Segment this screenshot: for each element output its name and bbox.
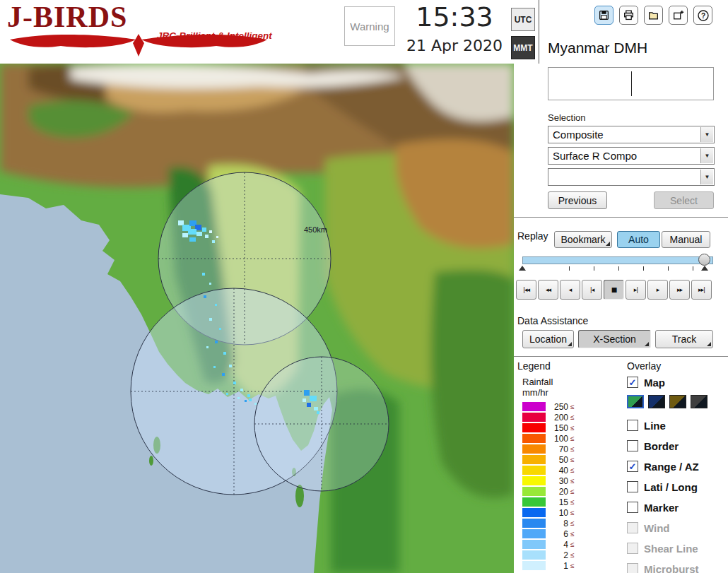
warning-label: Warning — [350, 20, 389, 33]
legend-row: 50≤ — [522, 454, 575, 465]
legend-color-swatch — [522, 455, 546, 464]
stop-button[interactable]: ■ — [604, 280, 624, 300]
option-dropdown[interactable]: ▼ — [548, 168, 715, 186]
bookmark-button[interactable]: Bookmark — [554, 231, 612, 248]
map-style-navy[interactable] — [648, 395, 665, 408]
legend-value: 100 — [550, 434, 568, 444]
legend-row: 250≤ — [522, 401, 575, 412]
legend-value: 30 — [550, 476, 568, 486]
less-equal-symbol: ≤ — [570, 456, 575, 463]
slider-end-marker — [701, 266, 708, 271]
open-folder-button[interactable] — [644, 6, 663, 25]
less-equal-symbol: ≤ — [570, 403, 575, 410]
skip-to-end-button[interactable]: ▸▸| — [691, 280, 712, 300]
help-button[interactable]: ? — [693, 6, 712, 25]
legend-row: 15≤ — [522, 497, 575, 507]
location-button[interactable]: Location — [522, 330, 574, 348]
dropdown-arrow-button[interactable]: ▼ — [700, 127, 713, 142]
legend-row: 1≤ — [522, 560, 575, 571]
slider-tick — [693, 266, 693, 271]
overlay-item-line[interactable]: ✓ Line — [627, 418, 728, 433]
overlay-item-marker[interactable]: ✓ Marker — [627, 500, 728, 515]
overlay-item-map[interactable]: ✓ Map — [627, 374, 728, 390]
divider — [514, 356, 728, 357]
dropdown-arrow-button[interactable]: ▼ — [700, 170, 713, 184]
overlay-item-label: Line — [644, 420, 666, 432]
less-equal-symbol: ≤ — [570, 498, 575, 506]
legend-value: 15 — [550, 497, 568, 507]
dropdown-arrow-button[interactable]: ▼ — [700, 148, 713, 163]
fast-forward-button[interactable]: ▸▸ — [669, 280, 690, 300]
checkbox[interactable]: ✓ — [627, 461, 638, 472]
info-text-field[interactable] — [548, 67, 714, 100]
map-style-dark-gray[interactable] — [691, 395, 708, 408]
clock-time: 15:33 — [396, 1, 513, 33]
save-icon — [598, 9, 610, 21]
step-back-button[interactable]: |◂ — [582, 280, 602, 300]
overlay-item-range-az[interactable]: ✓ Range / AZ — [627, 459, 728, 474]
less-equal-symbol: ≤ — [570, 562, 575, 569]
less-equal-symbol: ≤ — [570, 413, 575, 421]
warning-status-box: Warning — [344, 6, 395, 46]
legend-unit-line1: Rainfall — [522, 377, 553, 387]
play-reverse-button[interactable]: ◂ — [560, 280, 580, 300]
manual-mode-button[interactable]: Manual — [662, 231, 710, 248]
overlay-item-border[interactable]: ✓ Border — [627, 438, 728, 454]
legend-color-swatch — [522, 487, 546, 496]
legend-color-swatch — [522, 561, 546, 570]
legend-value: 4 — [550, 540, 568, 550]
legend-color-swatch — [522, 497, 546, 507]
step-forward-button[interactable]: ▸| — [626, 280, 646, 300]
range-ring-label: 450km — [304, 225, 327, 234]
checkbox[interactable]: ✓ — [627, 502, 638, 513]
product-dropdown[interactable]: Composite ▼ — [548, 126, 715, 143]
less-equal-symbol: ≤ — [570, 488, 575, 495]
checkbox[interactable]: ✓ — [627, 440, 638, 451]
checkbox[interactable]: ✓ — [627, 377, 638, 388]
skip-to-start-button[interactable]: |◂◂ — [516, 280, 536, 300]
timezone-utc-button[interactable]: UTC — [511, 8, 535, 31]
map-style-swatches — [627, 395, 728, 409]
fast-rewind-button[interactable]: ◂◂ — [538, 280, 558, 300]
legend-row: 20≤ — [522, 486, 575, 497]
print-button[interactable] — [619, 6, 638, 25]
map-style-olive[interactable] — [669, 395, 686, 408]
previous-button[interactable]: Previous — [548, 191, 607, 209]
legend-value: 40 — [550, 466, 568, 475]
radar-map[interactable]: 450km — [0, 64, 514, 573]
capture-add-button[interactable] — [669, 6, 688, 25]
checkbox[interactable]: ✓ — [627, 420, 638, 431]
less-equal-symbol: ≤ — [570, 424, 575, 432]
eagle-logo-icon — [4, 33, 273, 61]
save-button[interactable] — [594, 6, 613, 25]
station-name: Myanmar DMH — [548, 40, 647, 57]
time-slider-thumb[interactable] — [698, 254, 710, 266]
overlay-item-lati-long[interactable]: ✓ Lati / Long — [627, 479, 728, 495]
map-style-green-blue[interactable] — [627, 395, 644, 408]
auto-mode-button[interactable]: Auto — [617, 231, 660, 248]
checkbox[interactable]: ✓ — [627, 481, 638, 492]
legend-value: 250 — [550, 402, 568, 412]
select-button[interactable]: Select — [654, 191, 714, 209]
x-section-button[interactable]: X-Section — [578, 330, 651, 348]
slider-tick — [643, 266, 644, 271]
less-equal-symbol: ≤ — [570, 466, 575, 474]
app-window: J-BIRDS JRC-Brilliant & Intelligent Rada… — [0, 0, 728, 573]
overlay-item-label: Microburst — [644, 563, 699, 573]
time-slider[interactable] — [522, 256, 713, 264]
legend-color-swatch — [522, 434, 546, 443]
selection-label: Selection — [548, 112, 585, 123]
control-panel: Selection Composite ▼ Surface R Compo ▼ … — [514, 64, 728, 573]
legend-value: 6 — [550, 529, 568, 539]
subproduct-dropdown[interactable]: Surface R Compo ▼ — [548, 147, 715, 165]
less-equal-symbol: ≤ — [570, 435, 575, 442]
timezone-mmt-button[interactable]: MMT — [511, 36, 535, 59]
play-button[interactable]: ▸ — [647, 280, 668, 300]
legend-value: 150 — [550, 423, 568, 433]
product-dropdown-value: Composite — [553, 129, 604, 141]
less-equal-symbol: ≤ — [570, 445, 575, 453]
legend-row: 150≤ — [522, 423, 575, 433]
track-button[interactable]: Track — [655, 330, 713, 348]
less-equal-symbol: ≤ — [570, 519, 575, 527]
legend-row: 40≤ — [522, 465, 575, 475]
